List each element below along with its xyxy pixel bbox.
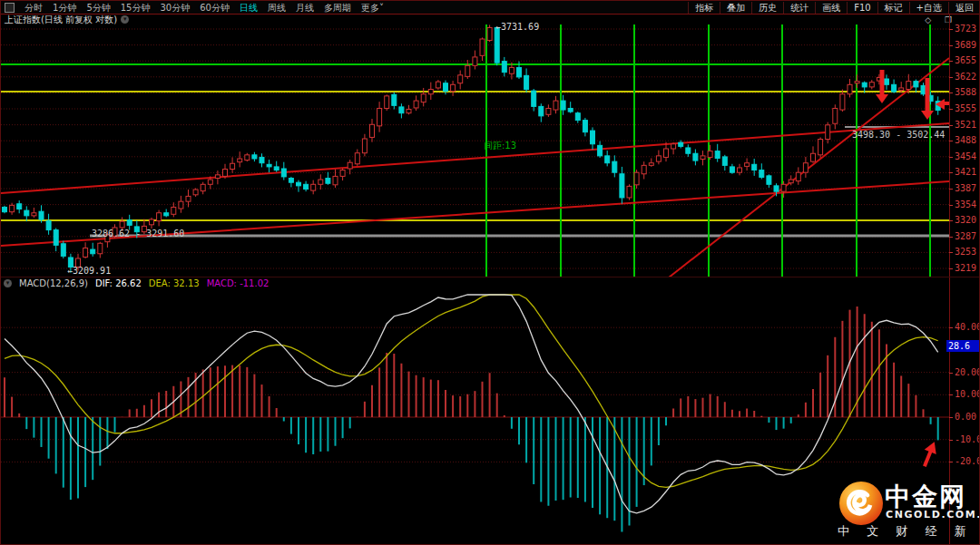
candle-body (267, 164, 271, 167)
macd-chart[interactable] (1, 289, 949, 545)
candle-body (444, 83, 448, 92)
tool-button-画线[interactable]: 画线 (815, 2, 847, 14)
candle-body (722, 157, 727, 165)
candle-body (583, 121, 587, 132)
candle-body (10, 205, 15, 211)
timeframe-item-周线[interactable]: 周线 (268, 2, 286, 14)
timeframe-item-日线[interactable]: 日线 (240, 2, 258, 14)
candle-body (223, 170, 228, 177)
price-axis-tick (949, 189, 953, 190)
candle-body (524, 75, 529, 89)
timeframe-item-1分钟[interactable]: 1分钟 (53, 2, 76, 14)
candle-body (649, 163, 653, 166)
tool-button-统计[interactable]: 统计 (783, 2, 815, 14)
macd-axis-label: 20.00 (955, 367, 980, 377)
menu-bar: 分时1分钟5分钟15分钟30分钟60分钟日线周线月线多周期更多˅ 指标叠加历史统… (1, 1, 980, 15)
tool-button-+自选[interactable]: +自选 (909, 2, 948, 14)
candle-body (61, 244, 65, 257)
peak-price-annotation: ←3731.69 (495, 22, 539, 32)
candle-body (715, 151, 720, 159)
macd-dropdown-icon[interactable]: ▾ (4, 279, 12, 287)
candle-body (127, 220, 132, 226)
macd-axis-label: 40.00 (955, 322, 980, 332)
candle-body (745, 163, 750, 167)
macd-name: MACD(12,26,9) (19, 278, 88, 288)
candle-body (826, 125, 830, 140)
candle-body (818, 140, 823, 155)
price-axis-label: 3454 (955, 151, 976, 161)
price-axis-tick (949, 61, 953, 62)
timeframe-menu: 分时1分钟5分钟15分钟30分钟60分钟日线周线月线多周期更多˅ (1, 2, 688, 14)
tool-button-历史[interactable]: 历史 (751, 2, 783, 14)
tools-menu: 指标叠加历史统计画线F10标记+自选返回 (688, 2, 980, 14)
candle-body (921, 85, 926, 93)
window-icon[interactable] (5, 3, 15, 13)
candle-body (892, 84, 897, 92)
title-dropdown-icon[interactable]: ▾ (121, 15, 129, 24)
candle-body (385, 96, 389, 109)
candle-body (451, 84, 456, 91)
tool-button-返回[interactable]: 返回 (948, 2, 980, 14)
tool-button-指标[interactable]: 指标 (688, 2, 720, 14)
candle-body (281, 169, 286, 177)
macd-axis-label: -20.00 (955, 456, 980, 466)
timeframe-item-多周期[interactable]: 多周期 (324, 2, 351, 14)
candle-body (708, 151, 712, 158)
timeframe-item-分时[interactable]: 分时 (24, 2, 43, 14)
candlestick-chart[interactable] (1, 24, 949, 277)
timeframe-item-30分钟[interactable]: 30分钟 (160, 2, 190, 14)
candle-body (238, 159, 242, 162)
tool-button-F10[interactable]: F10 (847, 2, 877, 14)
candle-body (230, 163, 235, 169)
candle-body (869, 83, 874, 87)
candle-body (150, 219, 154, 225)
candle-body (855, 82, 859, 83)
candle-body (17, 204, 22, 209)
candle-body (98, 243, 103, 254)
candle-body (554, 101, 558, 110)
candle-body (193, 190, 198, 195)
price-axis-label: 3555 (955, 103, 976, 113)
price-axis-tick (949, 220, 953, 221)
timeframe-item-月线[interactable]: 月线 (296, 2, 314, 14)
macd-dea-value: DEA: 32.13 (149, 278, 200, 288)
candle-body (333, 176, 338, 184)
tool-button-标记[interactable]: 标记 (877, 2, 909, 14)
timeframe-item-5分钟[interactable]: 5分钟 (86, 2, 110, 14)
candle-body (157, 213, 162, 221)
price-axis-tick (949, 141, 953, 141)
macd-axis-tick (949, 417, 953, 418)
candle-body (311, 184, 316, 190)
candle-body (620, 174, 624, 198)
candle-body (591, 131, 595, 144)
candle-body (848, 84, 852, 93)
macd-axis-tick (949, 462, 953, 462)
candle-body (421, 94, 426, 102)
low-price-annotation: ←3209.91 (67, 266, 111, 276)
down-arrow-annotation (876, 94, 888, 103)
candle-body (362, 139, 367, 153)
candle-body (796, 172, 800, 180)
price-axis-tick (949, 172, 953, 173)
interval-annotation: 间距:13 (484, 140, 516, 152)
candle-body (598, 145, 603, 156)
down-arrow-annotation (926, 78, 930, 111)
candle-body (686, 148, 691, 153)
timeframe-item-15分钟[interactable]: 15分钟 (121, 2, 151, 14)
tool-button-叠加[interactable]: 叠加 (720, 2, 751, 14)
candle-body (781, 184, 786, 191)
candle-body (304, 184, 309, 189)
candle-body (906, 82, 911, 90)
price-axis-label: 3689 (955, 40, 976, 50)
timeframe-item-更多˅[interactable]: 更多˅ (361, 2, 384, 14)
candle-body (46, 221, 51, 230)
macd-dif-value: DIF: 26.62 (95, 278, 142, 288)
candle-body (605, 156, 610, 163)
candle-body (24, 210, 29, 216)
price-axis-label: 3488 (955, 135, 976, 145)
timeframe-item-60分钟[interactable]: 60分钟 (200, 2, 230, 14)
candle-body (575, 113, 580, 121)
candle-body (546, 108, 551, 114)
macd-label-bar: ▾ MACD(12,26,9) DIF: 26.62 DEA: 32.13 MA… (4, 278, 269, 288)
candle-body (399, 107, 404, 113)
